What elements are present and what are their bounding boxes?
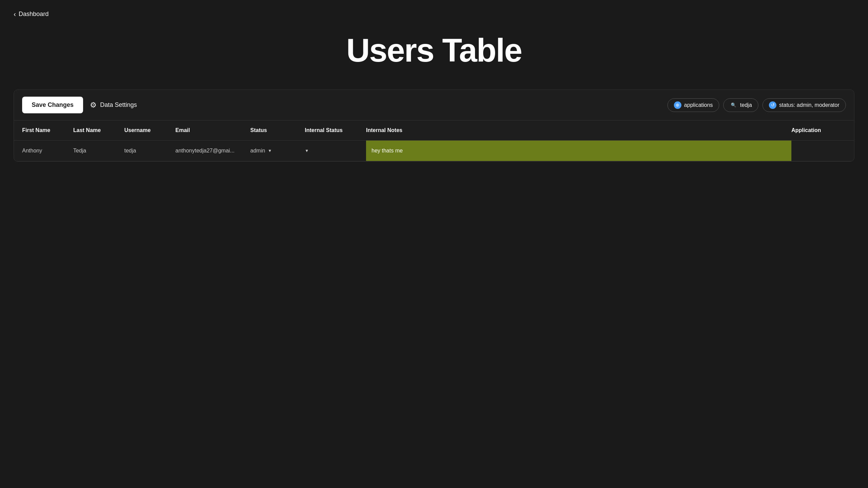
col-status: Status (250, 126, 305, 135)
table-header: First Name Last Name Username Email Stat… (14, 120, 854, 141)
search-filter-label: tedja (740, 102, 752, 108)
page-title: Users Table (14, 32, 854, 69)
table-row: Anthony Tedja tedja anthonytedja27@gmai.… (14, 141, 854, 161)
applications-filter-label: applications (684, 102, 713, 108)
search-filter[interactable]: 🔍 tedja (723, 98, 758, 112)
status-filter[interactable]: ↺ status: admin, moderator (762, 98, 846, 112)
col-last-name: Last Name (73, 126, 124, 135)
toolbar: Save Changes ⚙ Data Settings ⊕ applicati… (14, 90, 854, 120)
status-value: admin (250, 148, 265, 154)
save-changes-button[interactable]: Save Changes (22, 97, 83, 113)
applications-filter[interactable]: ⊕ applications (667, 98, 720, 112)
dashboard-link[interactable]: Dashboard (19, 11, 49, 18)
cell-first-name: Anthony (22, 146, 73, 155)
data-settings-label: Data Settings (100, 101, 137, 109)
chevron-left-icon: ‹ (14, 10, 16, 18)
data-settings-button[interactable]: ⚙ Data Settings (90, 101, 137, 110)
col-internal-notes: Internal Notes (366, 126, 791, 135)
cell-internal-notes[interactable]: hey thats me (366, 141, 791, 161)
status-icon: ↺ (769, 101, 776, 109)
col-internal-status: Internal Status (305, 126, 366, 135)
cell-internal-status[interactable]: ▼ (305, 147, 366, 154)
status-filter-label: status: admin, moderator (779, 102, 839, 108)
cell-last-name: Tedja (73, 146, 124, 155)
cell-status[interactable]: admin ▼ (250, 146, 305, 155)
search-icon: 🔍 (730, 101, 737, 109)
gear-icon: ⚙ (90, 101, 97, 110)
back-nav[interactable]: ‹ Dashboard (14, 10, 854, 18)
col-application: Application (791, 126, 846, 135)
col-email: Email (175, 126, 250, 135)
cell-username: tedja (124, 146, 175, 155)
users-table-container: Save Changes ⚙ Data Settings ⊕ applicati… (14, 90, 854, 162)
cell-application (791, 149, 846, 152)
status-dropdown-arrow: ▼ (268, 148, 272, 153)
col-username: Username (124, 126, 175, 135)
internal-status-dropdown-arrow: ▼ (305, 148, 309, 153)
col-first-name: First Name (22, 126, 73, 135)
applications-icon: ⊕ (674, 101, 681, 109)
toolbar-filters: ⊕ applications 🔍 tedja ↺ status: admin, … (667, 98, 846, 112)
cell-email: anthonytedja27@gmai... (175, 146, 250, 155)
